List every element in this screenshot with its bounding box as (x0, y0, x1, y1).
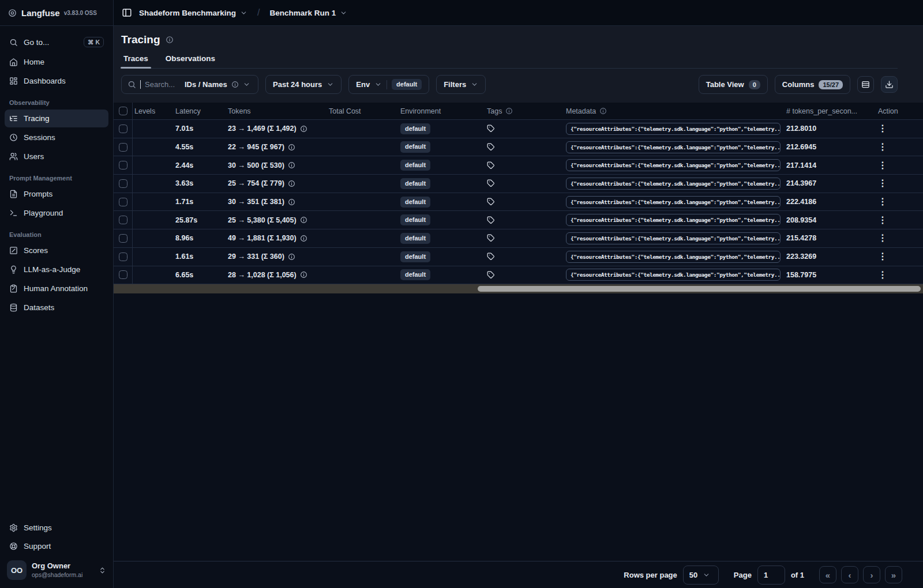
export-button[interactable] (881, 76, 898, 93)
select-all-checkbox[interactable] (119, 107, 127, 115)
metadata-pill[interactable]: {"resourceAttributes":{"telemetry.sdk.la… (566, 196, 781, 208)
tags-cell[interactable] (485, 156, 564, 174)
breadcrumb-run[interactable]: Benchmark Run 1 (270, 9, 348, 17)
tag-icon[interactable] (487, 143, 495, 151)
tags-cell[interactable] (485, 193, 564, 211)
header-tokens-per-second[interactable]: # tokens_per_secon... (783, 103, 872, 119)
table-row[interactable]: 6.65s 28 → 1,028 (Σ 1,056) default {"res… (114, 266, 923, 285)
info-icon[interactable] (288, 161, 295, 169)
account-switcher[interactable]: OO Org Owner ops@shadeform.ai (5, 556, 108, 583)
metadata-pill[interactable]: {"resourceAttributes":{"telemetry.sdk.la… (566, 251, 781, 263)
kebab-menu-icon[interactable]: ⋮ (878, 197, 887, 206)
tags-cell[interactable] (485, 248, 564, 266)
info-icon[interactable] (300, 235, 307, 242)
metadata-pill[interactable]: {"resourceAttributes":{"telemetry.sdk.la… (566, 269, 781, 281)
metadata-pill[interactable]: {"resourceAttributes":{"telemetry.sdk.la… (566, 232, 781, 244)
sidebar-item-prompts[interactable]: Prompts (5, 185, 108, 203)
row-checkbox[interactable] (119, 270, 127, 279)
tag-icon[interactable] (487, 234, 495, 242)
row-checkbox[interactable] (119, 161, 127, 169)
info-icon[interactable] (300, 125, 307, 133)
row-checkbox[interactable] (119, 252, 127, 261)
row-checkbox[interactable] (119, 143, 127, 152)
kebab-menu-icon[interactable]: ⋮ (878, 142, 887, 152)
header-latency[interactable]: Latency (173, 103, 226, 119)
tag-icon[interactable] (487, 161, 495, 169)
sidebar-item-support[interactable]: Support (5, 537, 108, 555)
sidebar-item-users[interactable]: Users (5, 148, 108, 165)
table-row[interactable]: 2.44s 30 → 500 (Σ 530) default {"resourc… (114, 156, 923, 175)
table-row[interactable]: 1.71s 30 → 351 (Σ 381) default {"resourc… (114, 193, 923, 212)
table-row[interactable]: 1.61s 29 → 331 (Σ 360) default {"resourc… (114, 248, 923, 266)
previous-page-button[interactable]: ‹ (841, 566, 858, 583)
sidebar-item-playground[interactable]: Playground (5, 204, 108, 222)
metadata-pill[interactable]: {"resourceAttributes":{"telemetry.sdk.la… (566, 214, 781, 226)
sidebar-item-sessions[interactable]: Sessions (5, 129, 108, 146)
next-page-button[interactable]: › (863, 566, 880, 583)
row-checkbox[interactable] (119, 179, 127, 188)
time-range-button[interactable]: Past 24 hours (265, 75, 342, 94)
horizontal-scrollbar[interactable] (114, 284, 923, 293)
header-metadata[interactable]: Metadata (564, 103, 783, 119)
row-checkbox[interactable] (119, 234, 127, 243)
table-view-button[interactable]: Table View 0 (699, 75, 768, 94)
metadata-pill[interactable]: {"resourceAttributes":{"telemetry.sdk.la… (566, 159, 781, 171)
row-checkbox[interactable] (119, 125, 127, 133)
last-page-button[interactable]: » (885, 566, 902, 583)
table-row[interactable]: 3.63s 25 → 754 (Σ 779) default {"resourc… (114, 175, 923, 193)
page-number-input[interactable] (757, 566, 785, 585)
filters-button[interactable]: Filters (436, 75, 486, 94)
metadata-pill[interactable]: {"resourceAttributes":{"telemetry.sdk.la… (566, 123, 781, 135)
search-input[interactable] (145, 80, 181, 89)
info-icon[interactable] (288, 180, 295, 187)
header-environment[interactable]: Environment (397, 103, 485, 119)
header-tokens[interactable]: Tokens (226, 103, 327, 119)
tab-traces[interactable]: Traces (123, 51, 149, 68)
info-icon[interactable] (300, 271, 307, 278)
tag-icon[interactable] (487, 125, 495, 133)
info-icon[interactable] (288, 198, 295, 206)
row-height-button[interactable] (857, 76, 874, 93)
header-total-cost[interactable]: Total Cost (327, 103, 397, 119)
table-row[interactable]: 25.87s 25 → 5,380 (Σ 5,405) default {"re… (114, 211, 923, 229)
search-control[interactable]: IDs / Names (121, 75, 258, 94)
columns-button[interactable]: Columns 15/27 (775, 75, 850, 94)
env-filter-button[interactable]: Env default (348, 75, 429, 94)
tags-cell[interactable] (485, 229, 564, 247)
rows-per-page-select[interactable]: 50 (683, 566, 719, 585)
tag-icon[interactable] (487, 252, 495, 261)
row-checkbox[interactable] (119, 216, 127, 224)
kebab-menu-icon[interactable]: ⋮ (878, 161, 887, 170)
info-icon[interactable] (166, 36, 174, 44)
sidebar-item-scores[interactable]: Scores (5, 242, 108, 259)
sidebar-item-home[interactable]: Home (5, 53, 108, 71)
kebab-menu-icon[interactable]: ⋮ (878, 179, 887, 188)
row-checkbox[interactable] (119, 198, 127, 206)
metadata-pill[interactable]: {"resourceAttributes":{"telemetry.sdk.la… (566, 178, 781, 190)
scrollbar-thumb[interactable] (478, 286, 921, 292)
sidebar-item-tracing[interactable]: Tracing (5, 110, 108, 127)
kebab-menu-icon[interactable]: ⋮ (878, 124, 887, 133)
kebab-menu-icon[interactable]: ⋮ (878, 216, 887, 225)
tag-icon[interactable] (487, 198, 495, 206)
sidebar-item-datasets[interactable]: Datasets (5, 299, 108, 316)
info-icon[interactable] (288, 144, 295, 151)
kebab-menu-icon[interactable]: ⋮ (878, 270, 887, 280)
table-row[interactable]: 8.96s 49 → 1,881 (Σ 1,930) default {"res… (114, 229, 923, 248)
breadcrumb-project[interactable]: Shadeform Benchmarking (139, 9, 247, 17)
header-levels[interactable]: Levels (133, 103, 173, 119)
kebab-menu-icon[interactable]: ⋮ (878, 233, 887, 243)
sidebar-item-dashboards[interactable]: Dashboards (5, 72, 108, 90)
tags-cell[interactable] (485, 266, 564, 284)
sidebar-item-human-annotation[interactable]: Human Annotation (5, 280, 108, 297)
header-tags[interactable]: Tags (485, 103, 564, 119)
tags-cell[interactable] (485, 175, 564, 193)
tags-cell[interactable] (485, 138, 564, 156)
info-icon[interactable] (300, 216, 307, 224)
kebab-menu-icon[interactable]: ⋮ (878, 252, 887, 261)
goto-search[interactable]: Go to... ⌘ K (5, 32, 108, 52)
tag-icon[interactable] (487, 216, 495, 224)
tag-icon[interactable] (487, 271, 495, 279)
info-icon[interactable] (288, 253, 295, 261)
table-row[interactable]: 7.01s 23 → 1,469 (Σ 1,492) default {"res… (114, 120, 923, 138)
